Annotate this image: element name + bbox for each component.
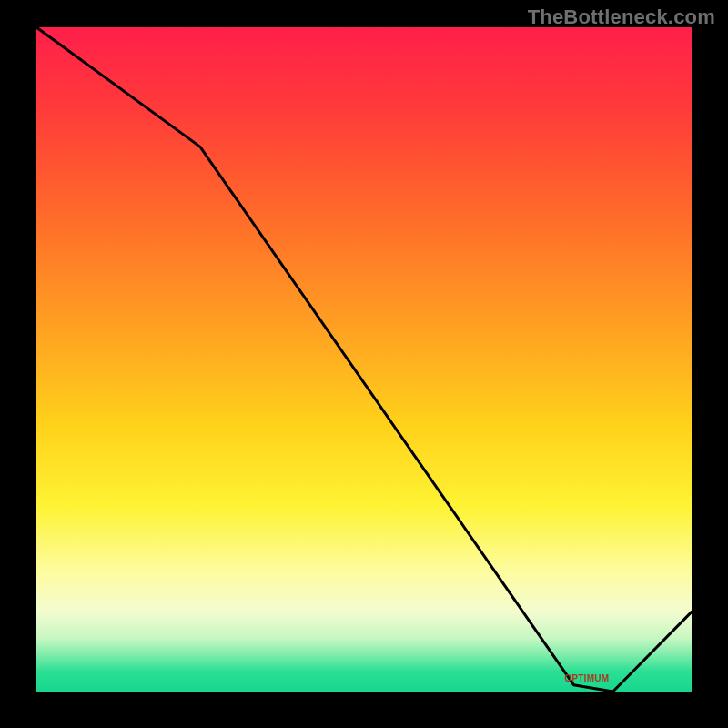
- watermark-text: TheBottleneck.com: [528, 5, 715, 29]
- curve-svg: [36, 27, 692, 692]
- optimum-label: OPTIMUM: [564, 673, 609, 683]
- chart-frame: TheBottleneck.com OPTIMUM: [0, 0, 728, 728]
- bottleneck-curve: [36, 27, 692, 692]
- plot-area: OPTIMUM: [36, 27, 692, 692]
